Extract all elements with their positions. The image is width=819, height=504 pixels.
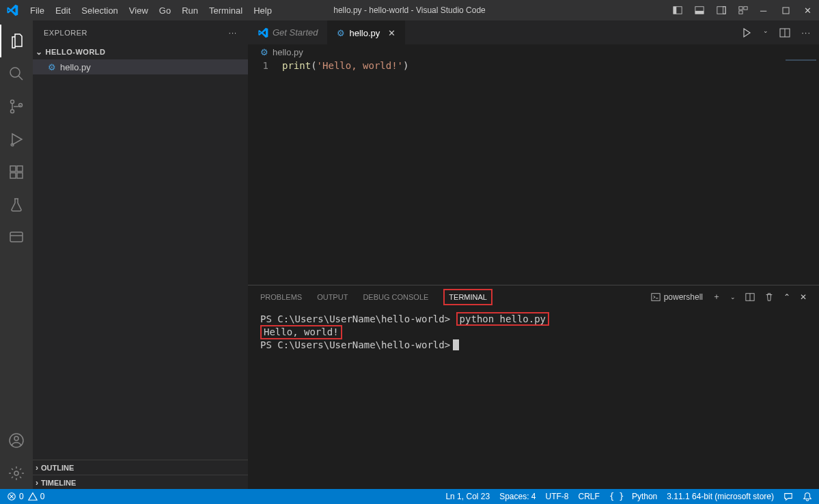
sidebar-title: EXPLORER ··· [33, 20, 248, 44]
file-item-hello[interactable]: ⚙ hello.py [33, 59, 248, 74]
panel-tab-terminal[interactable]: TERMINAL [443, 289, 492, 305]
explorer-icon[interactable] [0, 25, 33, 57]
terminal-icon [651, 292, 661, 302]
terminal-dropdown-icon[interactable]: ⌄ [730, 294, 736, 300]
svg-rect-8 [739, 11, 742, 14]
source-control-icon[interactable] [0, 90, 33, 123]
layout-panel-left-icon[interactable] [673, 5, 682, 15]
status-warnings[interactable]: 0 [28, 492, 45, 501]
status-errors[interactable]: 0 [7, 492, 24, 501]
status-spaces[interactable]: Spaces: 4 [499, 492, 536, 501]
highlighted-command: python hello.py [456, 312, 549, 326]
timeline-section[interactable]: › TIMELINE [33, 475, 248, 490]
svg-rect-17 [10, 173, 16, 178]
editor-more-icon[interactable]: ··· [801, 27, 811, 38]
layout-panel-right-icon[interactable] [717, 5, 726, 15]
project-header[interactable]: ⌄ HELLO-WORLD [33, 44, 248, 59]
svg-line-11 [18, 76, 23, 80]
status-bell-icon[interactable] [803, 492, 812, 501]
status-language[interactable]: { } Python [609, 492, 657, 501]
layout-panel-bottom-icon[interactable] [695, 5, 704, 15]
menu-view[interactable]: View [124, 3, 154, 18]
chevron-up-icon[interactable]: ⌃ [783, 292, 790, 302]
menu-go[interactable]: Go [154, 3, 176, 18]
svg-rect-7 [744, 7, 747, 10]
svg-rect-4 [717, 7, 725, 14]
sidebar-more-icon[interactable]: ··· [229, 29, 237, 37]
svg-point-23 [14, 436, 18, 440]
svg-rect-18 [17, 173, 23, 178]
run-file-icon[interactable] [741, 27, 752, 38]
line-number-gutter: 1 [248, 59, 282, 72]
highlighted-output: Hello, world! [260, 325, 342, 339]
breadcrumb[interactable]: ⚙ hello.py [248, 44, 819, 59]
settings-gear-icon[interactable] [0, 457, 33, 490]
close-tab-icon[interactable]: ✕ [388, 28, 395, 38]
new-terminal-icon[interactable]: ＋ [712, 291, 721, 303]
panel-tab-debug[interactable]: DEBUG CONSOLE [363, 291, 428, 303]
trash-icon[interactable] [764, 292, 774, 302]
split-editor-icon[interactable] [779, 27, 790, 38]
status-eol[interactable]: CRLF [579, 492, 600, 501]
maximize-button[interactable] [782, 7, 792, 14]
status-encoding[interactable]: UTF-8 [546, 492, 569, 501]
menu-selection[interactable]: Selection [76, 3, 123, 18]
tab-hello-py[interactable]: ⚙ hello.py ✕ [327, 20, 405, 44]
terminal-cursor [453, 339, 459, 350]
vscode-logo-icon [5, 3, 19, 17]
chevron-right-icon: › [36, 463, 38, 473]
menu-edit[interactable]: Edit [50, 3, 76, 18]
chevron-down-icon: ⌄ [36, 47, 43, 57]
svg-point-10 [10, 68, 20, 77]
accounts-icon[interactable] [0, 424, 33, 457]
menu-terminal[interactable]: Terminal [204, 3, 248, 18]
panel-tab-problems[interactable]: PROBLEMS [260, 291, 302, 303]
svg-rect-5 [723, 7, 726, 14]
titlebar: File Edit Selection View Go Run Terminal… [0, 0, 819, 20]
terminal-output[interactable]: PS C:\Users\UserName\hello-world> python… [248, 308, 819, 356]
run-debug-icon[interactable] [0, 123, 33, 156]
status-lncol[interactable]: Ln 1, Col 23 [445, 492, 490, 501]
menu-file[interactable]: File [25, 3, 50, 18]
menu-bar: File Edit Selection View Go Run Terminal… [25, 3, 277, 18]
svg-rect-3 [695, 11, 704, 14]
close-panel-icon[interactable]: ✕ [800, 292, 807, 302]
minimize-button[interactable]: ─ [760, 5, 770, 16]
tab-bar: Get Started ⚙ hello.py ✕ ⌄ ··· [248, 20, 819, 44]
panel: PROBLEMS OUTPUT DEBUG CONSOLE TERMINAL p… [248, 285, 819, 490]
menu-run[interactable]: Run [176, 3, 204, 18]
svg-point-24 [14, 471, 18, 475]
editor[interactable]: 1 print('Hello, world!') [248, 59, 819, 72]
status-feedback-icon[interactable] [783, 492, 793, 501]
menu-help[interactable]: Help [248, 3, 277, 18]
activity-bar [0, 20, 33, 490]
svg-rect-27 [652, 293, 660, 300]
python-file-icon: ⚙ [260, 47, 268, 57]
panel-tab-output[interactable]: OUTPUT [317, 291, 348, 303]
tab-get-started[interactable]: Get Started [248, 20, 327, 44]
search-icon[interactable] [0, 57, 33, 90]
svg-rect-9 [783, 8, 789, 14]
svg-rect-20 [10, 232, 23, 242]
svg-rect-19 [17, 166, 23, 171]
chevron-right-icon: › [36, 478, 38, 488]
outline-section[interactable]: › OUTLINE [33, 460, 248, 475]
status-interpreter[interactable]: 3.11.1 64-bit (microsoft store) [667, 492, 774, 501]
minimap[interactable] [786, 59, 816, 61]
customize-layout-icon[interactable] [738, 5, 748, 15]
extensions-icon[interactable] [0, 156, 33, 188]
window-title: hello.py - hello-world - Visual Studio C… [333, 5, 486, 15]
editor-group: Get Started ⚙ hello.py ✕ ⌄ ··· ⚙ hello.p… [248, 20, 819, 490]
testing-icon[interactable] [0, 188, 33, 221]
warning-icon [28, 492, 38, 501]
run-dropdown-icon[interactable]: ⌄ [763, 27, 768, 38]
explorer-sidebar: EXPLORER ··· ⌄ HELLO-WORLD ⚙ hello.py › … [33, 20, 248, 490]
split-terminal-icon[interactable] [745, 292, 755, 302]
remote-icon[interactable] [0, 221, 33, 254]
python-file-icon: ⚙ [48, 62, 56, 72]
terminal-shell-label[interactable]: powershell [651, 292, 703, 302]
error-icon [7, 492, 16, 501]
close-button[interactable]: ✕ [804, 5, 814, 16]
svg-point-12 [11, 100, 14, 104]
statusbar: 0 0 Ln 1, Col 23 Spaces: 4 UTF-8 CRLF { … [0, 489, 819, 504]
